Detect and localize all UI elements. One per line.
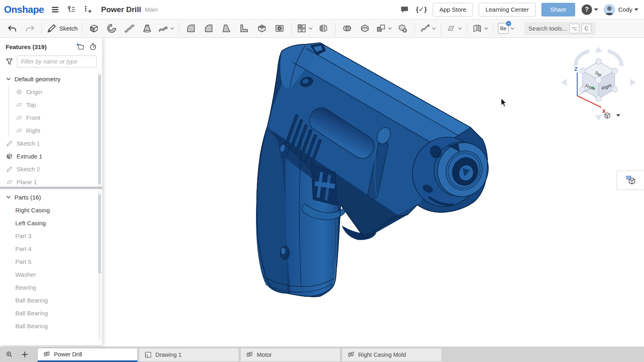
hole-icon <box>274 23 285 34</box>
document-tab[interactable]: Right Casing Mold <box>342 348 442 361</box>
toolbar-divider <box>467 23 467 34</box>
filter-input[interactable] <box>17 56 97 68</box>
features-scrollbar-thumb[interactable] <box>98 75 101 184</box>
mirror-button[interactable] <box>315 21 332 36</box>
feature-row[interactable]: Right <box>0 124 102 137</box>
share-button[interactable]: Share <box>541 3 575 16</box>
part-row[interactable]: Right Casing <box>0 204 102 216</box>
plane-icon <box>15 114 23 121</box>
feature-row[interactable]: Extrude 1 <box>0 150 102 162</box>
split-button[interactable] <box>356 21 374 36</box>
boolean-button[interactable] <box>339 21 356 36</box>
part-row[interactable]: Part 4 <box>0 242 102 255</box>
part-row[interactable]: Washer <box>0 268 102 281</box>
undo-button[interactable] <box>3 21 21 36</box>
thicken-button[interactable] <box>156 21 176 36</box>
chevron-down-icon <box>6 76 11 82</box>
chamfer-button[interactable] <box>200 21 218 36</box>
avatar[interactable] <box>604 4 615 15</box>
delete-part-button[interactable] <box>394 21 412 36</box>
document-tab[interactable]: Drawing 1 <box>139 348 239 361</box>
feature-row[interactable]: Sketch 2 <box>0 162 102 175</box>
workspace-name[interactable]: Main <box>144 6 158 13</box>
featurescript-icon[interactable]: {✓} <box>416 5 427 14</box>
user-name[interactable]: Cody <box>618 6 632 13</box>
toolbar-divider <box>179 23 180 34</box>
chevron-down-icon <box>458 26 462 31</box>
hamburger-menu-icon[interactable] <box>50 5 60 14</box>
panel-splitter[interactable] <box>0 187 102 189</box>
feature-row[interactable]: Front <box>0 111 102 124</box>
hole-button[interactable] <box>271 21 289 36</box>
chevron-down-icon <box>431 26 436 31</box>
sketch-button[interactable]: Sketch <box>45 21 79 36</box>
transform-button[interactable] <box>374 21 394 36</box>
draft-button[interactable] <box>218 21 235 36</box>
redo-icon <box>25 23 35 34</box>
partstudio-icon <box>347 351 355 359</box>
versions-icon[interactable] <box>66 5 76 14</box>
chamfer-icon <box>203 23 214 34</box>
transform-icon <box>376 23 386 34</box>
extrude-icon <box>89 23 99 34</box>
extrude-button[interactable] <box>85 21 103 36</box>
document-tab[interactable]: Motor <box>240 348 341 361</box>
derived-button[interactable] <box>470 21 490 36</box>
search-tools[interactable]: Search tools... ⌥ C <box>524 22 595 35</box>
part-row[interactable]: Part 3 <box>0 229 102 242</box>
filter-icon[interactable] <box>5 57 14 66</box>
parts-scrollbar-thumb[interactable] <box>98 194 101 274</box>
help-caret-icon[interactable] <box>594 8 598 11</box>
revolve-button[interactable] <box>103 21 121 36</box>
custom-feature-button[interactable]: Be∞ <box>496 21 516 36</box>
feature-row[interactable]: Origin <box>0 85 102 98</box>
feature-row[interactable]: Sketch 1 <box>0 137 102 150</box>
parts-section-header[interactable]: Parts (16) <box>0 191 108 204</box>
part-row[interactable]: Ball Bearing <box>0 294 102 306</box>
toolbar-divider <box>41 23 42 34</box>
rollback-stopwatch-icon[interactable] <box>89 42 97 51</box>
view-cube[interactable]: Top Front Right Z X <box>555 43 641 124</box>
help-icon[interactable]: ? <box>582 4 592 15</box>
part-row[interactable]: Bearing <box>0 281 102 294</box>
view-options-button[interactable] <box>603 109 625 121</box>
part-row[interactable]: Ball Bearing <box>0 319 102 332</box>
right-panel-toggle[interactable] <box>617 171 644 190</box>
surface-tools-button[interactable] <box>418 21 438 36</box>
split-icon <box>359 23 370 34</box>
construction-plane-button[interactable] <box>444 21 464 36</box>
feature-row[interactable]: Top <box>0 98 102 111</box>
redo-button[interactable] <box>21 21 39 36</box>
insert-version-icon[interactable] <box>83 5 92 14</box>
draft-icon <box>221 23 232 34</box>
user-caret-icon[interactable] <box>634 8 638 11</box>
add-tab-icon[interactable] <box>18 348 31 361</box>
part-row[interactable]: Left Casing <box>0 216 102 229</box>
features-scrollbar[interactable] <box>98 73 101 187</box>
onshape-logo[interactable]: Onshape <box>4 4 44 15</box>
rib-button[interactable] <box>235 21 253 36</box>
delete-part-icon <box>397 23 408 34</box>
fillet-button[interactable] <box>182 21 200 36</box>
feature-row[interactable]: Default geometry <box>0 72 102 85</box>
comments-icon[interactable] <box>400 5 409 14</box>
derived-icon <box>472 23 483 34</box>
sketch-icon <box>6 140 13 147</box>
shell-button[interactable] <box>253 21 271 36</box>
tab-manager-icon[interactable] <box>3 348 16 361</box>
chevron-down-icon <box>308 26 313 31</box>
create-folder-icon[interactable] <box>76 42 85 51</box>
linear-pattern-button[interactable] <box>295 21 315 36</box>
part-row[interactable]: Part 5 <box>0 255 102 268</box>
plane-icon <box>6 178 13 186</box>
app-store-button[interactable]: App Store <box>433 3 473 16</box>
sweep-button[interactable] <box>121 21 138 36</box>
part-row[interactable]: Ball Bearing <box>0 306 102 319</box>
loft-button[interactable] <box>138 21 156 36</box>
chevron-down-icon <box>484 26 489 31</box>
parts-scrollbar[interactable] <box>98 191 101 340</box>
tab-bar: Power Drill Drawing 1 Motor Right Casing… <box>0 347 644 362</box>
z-axis-label: Z <box>574 66 578 72</box>
document-tab[interactable]: Power Drill <box>37 348 138 362</box>
learning-center-button[interactable]: Learning Center <box>479 3 536 16</box>
